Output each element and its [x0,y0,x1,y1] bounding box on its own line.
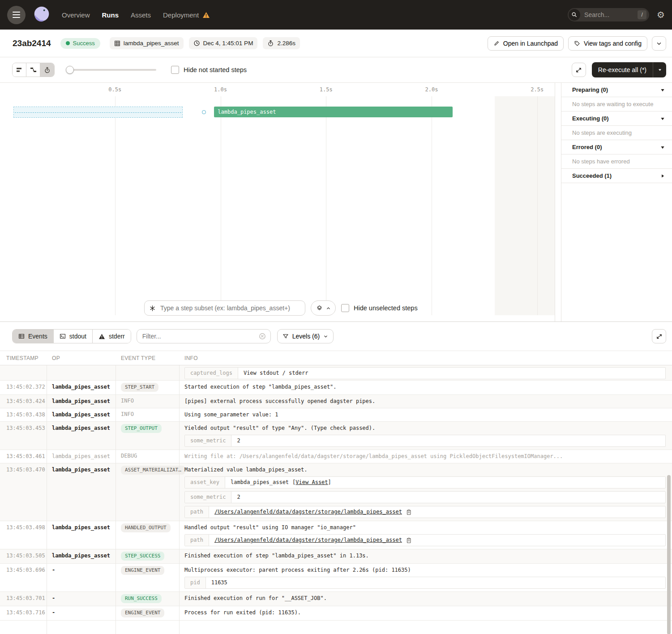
copy-icon[interactable] [406,537,412,544]
log-tab-stdout[interactable]: stdout [54,330,93,343]
view-tags-config-button[interactable]: View tags and config [568,36,647,51]
grid-icon [114,40,120,47]
hide-unselected-checkbox[interactable]: Hide unselected steps [341,304,418,312]
step-status-section-header[interactable]: Succeeded (1) [561,169,672,183]
log-info: Materialized value lambda_pipes_asset.as… [179,463,672,521]
metadata-key: pid [185,577,206,588]
gear-icon[interactable]: ⚙ [657,10,665,19]
caret-down-filled-icon[interactable] [660,88,665,92]
log-row[interactable]: 13:45:03.461lambda_pipes_assetDEBUGWriti… [0,450,672,463]
step-status-section-header[interactable]: Preparing (0) [561,83,672,97]
timeline-grid-line [115,96,116,315]
nav-item-deployment[interactable]: Deployment [163,11,210,19]
nav-item-overview[interactable]: Overview [62,11,90,19]
metadata-key: some_metric [185,492,231,503]
log-row[interactable]: 13:45:03.438lambda_pipes_assetINFOUsing … [0,408,672,422]
stopwatch-icon [267,40,274,47]
hamburger-menu-button[interactable] [7,6,26,24]
event-type-badge: INFO [121,411,134,418]
run-tag[interactable]: lambda_pipes_asset [110,37,184,49]
reexecute-all-button[interactable]: Re-execute all (*) [592,62,666,77]
run-header-more-button[interactable] [652,36,666,51]
gantt-chart: Hide unselected steps 0.5s1.0s1.5s2.0s2.… [0,83,555,321]
hide-not-started-checkbox[interactable]: Hide not started steps [171,66,247,74]
log-scrollbar[interactable] [667,475,671,634]
open-in-launchpad-button[interactable]: Open in Launchpad [488,36,564,51]
checkbox-icon[interactable] [171,66,179,74]
log-timestamp: 13:45:03.453 [0,422,47,450]
clear-filter-icon[interactable] [259,333,266,340]
log-event-type: RUN_SUCCESS [116,592,179,606]
log-timestamp: 13:45:03.696 [0,564,47,591]
dagster-logo-icon[interactable] [31,4,52,25]
log-op [47,365,116,380]
event-type-badge: ENGINE_EVENT [121,608,164,617]
main-nav: OverviewRunsAssetsDeployment [62,11,210,19]
table-icon [18,333,25,339]
metadata-plain-value: lambda_pipes_asset [231,479,289,486]
log-info: Process for run exited (pid: 11635). [179,606,672,620]
run-tag[interactable]: Dec 4, 1:45:01 PM [189,37,258,49]
log-message: [pipes] external process successfully op… [184,398,666,405]
metadata-plain-value[interactable]: View stdout / stderr [244,369,308,377]
step-status-section-header[interactable]: Executing (0) [561,111,672,126]
log-row[interactable]: 13:45:03.716-ENGINE_EVENTProcess for run… [0,606,672,621]
log-tab-events[interactable]: Events [13,330,54,343]
log-row[interactable]: 13:45:03.505lambda_pipes_assetSTEP_SUCCE… [0,549,672,564]
nav-item-label: Overview [62,11,90,19]
nav-item-assets[interactable]: Assets [131,11,151,19]
log-op: lambda_pipes_asset [47,422,116,450]
log-message: Yielded output "result" of type "Any". (… [184,424,666,432]
log-row[interactable]: 13:45:03.453lambda_pipes_assetSTEP_OUTPU… [0,422,672,450]
timed-view-button[interactable] [40,63,54,77]
log-row[interactable]: 13:45:03.470lambda_pipes_assetASSET_MATE… [0,463,672,521]
step-status-section-header[interactable]: Errored (0) [561,140,672,154]
metadata-key: captured_logs [185,368,238,379]
slider-knob[interactable] [66,66,74,74]
waterfall-view-button[interactable] [26,63,40,77]
log-timestamp [0,365,47,380]
chevron-down-icon [656,40,662,47]
log-row[interactable]: 13:45:02.372lambda_pipes_assetSTEP_START… [0,381,672,395]
pencil-icon [493,40,500,47]
step-layers-button[interactable] [311,300,336,316]
copy-icon[interactable] [406,509,412,515]
log-row[interactable]: captured_logsView stdout / stderr [0,365,672,381]
chevron-down-icon [323,334,328,339]
step-subset-input[interactable] [159,304,300,312]
gantt-zoom-slider[interactable] [67,66,156,74]
metadata-value: /Users/alangenfeld/data/dagster/storage/… [209,535,665,546]
log-row[interactable]: 13:45:03.701-RUN_SUCCESSFinished executi… [0,592,672,606]
checkbox-icon[interactable] [341,304,349,312]
log-row[interactable]: 13:45:03.424lambda_pipes_assetINFO[pipes… [0,395,672,408]
log-tab-stderr[interactable]: stderr [93,330,131,343]
section-title: Executing (0) [572,115,609,122]
metadata-value: lambda_pipes_asset[View Asset] [225,477,665,488]
levels-dropdown[interactable]: Levels (6) [277,329,334,343]
metadata-path-link[interactable]: /Users/alangenfeld/data/dagster/storage/… [214,508,402,516]
search-shortcut-key: / [638,10,646,19]
log-filter-input[interactable] [141,332,255,340]
nav-item-runs[interactable]: Runs [102,11,119,19]
caret-right-filled-icon[interactable] [660,174,665,178]
view-asset-link[interactable]: View Asset [295,479,328,485]
section-empty-text: No steps are waiting to execute [561,97,672,111]
caret-down-filled-icon[interactable] [660,116,665,121]
reexecute-dropdown-caret[interactable] [653,62,666,77]
log-filter-field[interactable] [137,329,271,343]
caret-down-filled-icon[interactable] [660,145,665,150]
timeline-tick-label: 2.0s [425,86,438,93]
timeline-tick-label: 1.5s [320,86,333,93]
search-input[interactable]: Search... / [568,8,649,21]
log-row[interactable]: 13:45:03.498lambda_pipes_assetHANDLED_OU… [0,521,672,549]
metadata-path-link[interactable]: /Users/alangenfeld/data/dagster/storage/… [214,536,402,544]
gantt-fullscreen-button[interactable] [572,63,586,77]
log-fullscreen-button[interactable] [652,329,666,343]
run-tag[interactable]: 2.286s [263,37,300,49]
filter-funnel-icon [282,333,289,339]
step-subset-field[interactable] [144,300,305,316]
gantt-step-bar[interactable]: lambda_pipes_asset [214,107,453,117]
layers-icon [316,305,323,312]
flat-view-button[interactable] [13,63,26,77]
log-row[interactable]: 13:45:03.696-ENGINE_EVENTMultiprocess ex… [0,564,672,592]
